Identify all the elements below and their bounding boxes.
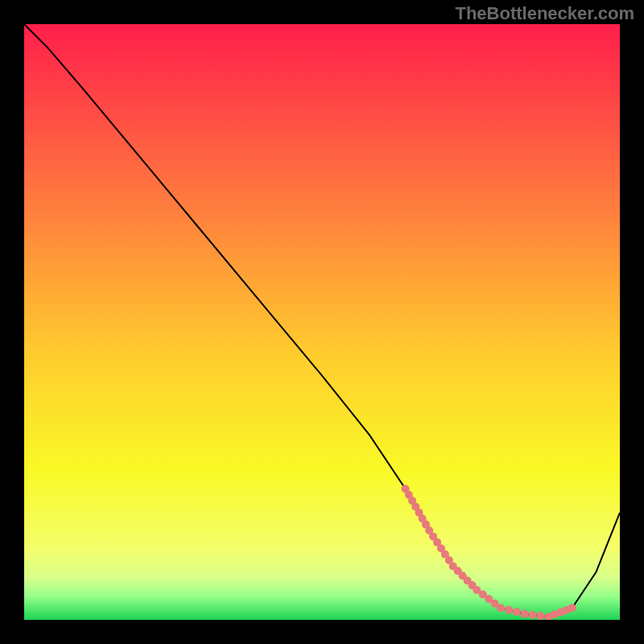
highlight-dot	[536, 612, 544, 620]
highlight-dot	[497, 604, 505, 612]
highlight-dot	[513, 608, 521, 616]
highlight-dot	[521, 610, 529, 618]
watermark-text: TheBottlenecker.com	[455, 3, 634, 24]
gradient-rect	[24, 24, 620, 620]
chart-plot-area	[24, 24, 620, 620]
chart-svg	[24, 24, 620, 620]
highlight-dot	[529, 611, 537, 619]
highlight-dot	[568, 604, 576, 612]
highlight-dot	[505, 606, 513, 614]
